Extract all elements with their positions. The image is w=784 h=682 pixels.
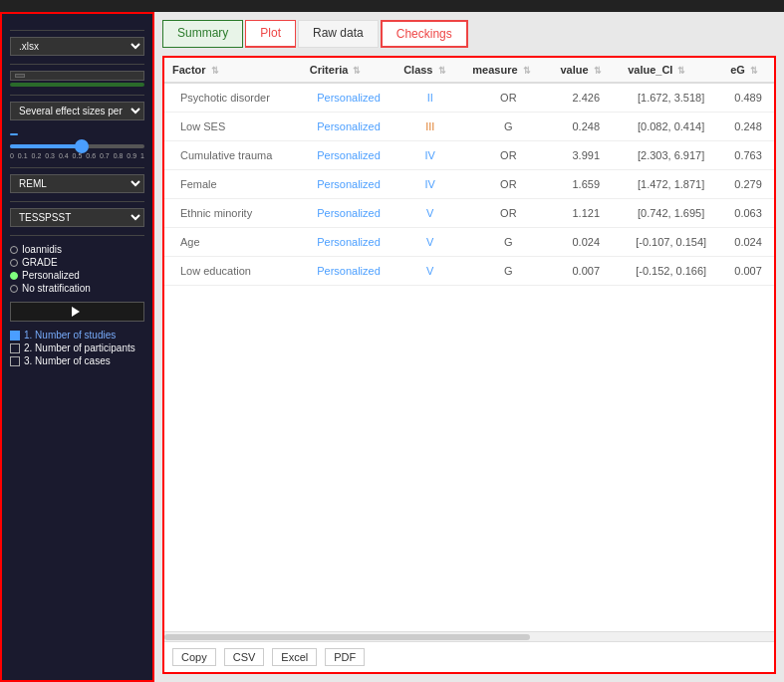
slider-track[interactable]	[10, 144, 144, 148]
cell-class: II	[395, 83, 464, 113]
cell-criteria: Personalized	[302, 141, 395, 170]
col-header-measure[interactable]: measure ⇅	[464, 58, 552, 83]
checkbox-box-cases[interactable]	[10, 356, 20, 366]
section4-title	[10, 167, 144, 172]
cell-class: IV	[395, 170, 464, 199]
col-header-factor[interactable]: Factor ⇅	[164, 58, 302, 83]
cell-value-ci: [2.303, 6.917]	[620, 141, 722, 170]
export-csv-button[interactable]: CSV	[224, 648, 265, 666]
col-header-class[interactable]: Class ⇅	[395, 58, 464, 83]
cell-criteria: Personalized	[302, 113, 395, 141]
cell-factor: Psychotic disorder	[164, 83, 302, 113]
scrollbar-thumb	[164, 634, 530, 640]
criteria-link[interactable]: Personalized	[317, 149, 381, 161]
cell-factor: Age	[164, 228, 302, 257]
browse-button[interactable]	[15, 74, 25, 78]
tab-plot[interactable]: Plot	[245, 20, 296, 48]
cell-value: 0.007	[552, 257, 620, 286]
criteria-link[interactable]: Personalized	[317, 207, 381, 219]
cell-value-ci: [0.742, 1.695]	[620, 199, 722, 228]
cell-criteria: Personalized	[302, 83, 395, 113]
bias-select[interactable]: TESSPSST	[10, 208, 144, 227]
radio-label-ioannidis: Ioannidis	[22, 244, 62, 255]
cell-factor: Low SES	[164, 113, 302, 141]
checkbox-studies[interactable]: 1. Number of studies	[10, 330, 144, 341]
slider-labels: 00.10.20.30.40.50.60.70.80.91	[10, 152, 144, 159]
play-icon	[72, 307, 80, 317]
cell-factor: Low education	[164, 257, 302, 286]
section6-title	[10, 235, 144, 240]
criteria-checkbox-group: 1. Number of studies 2. Number of partic…	[10, 330, 144, 366]
checkbox-participants[interactable]: 2. Number of participants	[10, 342, 144, 353]
export-excel-button[interactable]: Excel	[272, 648, 317, 666]
cell-criteria: Personalized	[302, 228, 395, 257]
radio-no-stratification[interactable]: No stratification	[10, 283, 144, 294]
cell-factor: Female	[164, 170, 302, 199]
cell-value: 3.991	[552, 141, 620, 170]
col-header-criteria[interactable]: Criteria ⇅	[302, 58, 395, 83]
cell-factor: Ethnic minority	[164, 199, 302, 228]
checkbox-label-participants: 2. Number of participants	[24, 342, 135, 353]
checkbox-label-cases: 3. Number of cases	[24, 355, 111, 366]
sort-icon-criteria: ⇅	[353, 66, 361, 76]
table-scroll-container[interactable]: Factor ⇅ Criteria ⇅ Class ⇅ measure ⇅ va…	[164, 58, 774, 631]
cell-eg: 0.063	[722, 199, 774, 228]
top-bar	[0, 0, 784, 12]
col-header-value-ci[interactable]: value_CI ⇅	[620, 58, 722, 83]
checkbox-cases[interactable]: 3. Number of cases	[10, 355, 144, 366]
criteria-link[interactable]: Personalized	[317, 92, 381, 104]
section5-title	[10, 201, 144, 206]
criteria-link[interactable]: Personalized	[317, 265, 381, 277]
checkbox-box-studies[interactable]	[10, 331, 20, 341]
radio-dot-grade	[10, 259, 18, 267]
tab-summary[interactable]: Summary	[162, 20, 243, 48]
cell-eg: 0.007	[722, 257, 774, 286]
radio-label-no-stratification: No stratification	[22, 283, 91, 294]
radio-ioannidis[interactable]: Ioannidis	[10, 244, 144, 255]
col-header-value[interactable]: value ⇅	[552, 58, 620, 83]
structure-select[interactable]: Several effect sizes per study	[10, 102, 144, 120]
cell-eg: 0.489	[722, 83, 774, 113]
cell-criteria: Personalized	[302, 170, 395, 199]
cell-value-ci: [1.472, 1.871]	[620, 170, 722, 199]
radio-label-grade: GRADE	[22, 257, 58, 268]
table-row: Ethnic minority Personalized V OR 1.121 …	[164, 199, 774, 228]
variance-select[interactable]: REML	[10, 174, 144, 193]
table-row: Low education Personalized V G 0.007 [-0…	[164, 257, 774, 286]
checkbox-box-participants[interactable]	[10, 343, 20, 353]
cell-class: III	[395, 113, 464, 141]
criteria-link[interactable]: Personalized	[317, 236, 381, 248]
cell-measure: OR	[464, 141, 552, 170]
criteria-link[interactable]: Personalized	[317, 120, 381, 132]
table-row: Female Personalized IV OR 1.659 [1.472, …	[164, 170, 774, 199]
slider-thumb[interactable]	[75, 139, 89, 153]
export-copy-button[interactable]: Copy	[172, 648, 216, 666]
tab-checkings[interactable]: Checkings	[381, 20, 468, 48]
cell-value-ci: [0.082, 0.414]	[620, 113, 722, 141]
run-analysis-button[interactable]	[10, 302, 144, 322]
tab-raw-data[interactable]: Raw data	[298, 20, 379, 48]
cell-value: 2.426	[552, 83, 620, 113]
horizontal-scrollbar[interactable]	[164, 631, 774, 641]
radio-personalized[interactable]: Personalized	[10, 270, 144, 281]
slider-fill	[10, 144, 78, 148]
cell-value-ci: [-0.107, 0.154]	[620, 228, 722, 257]
cell-class: V	[395, 228, 464, 257]
slider-value-label	[10, 133, 18, 135]
file-format-select[interactable]: .xlsx .csv .tsv	[10, 37, 144, 56]
cell-class: V	[395, 257, 464, 286]
table-row: Low SES Personalized III G 0.248 [0.082,…	[164, 113, 774, 141]
col-header-eg[interactable]: eG ⇅	[722, 58, 774, 83]
cell-value-ci: [-0.152, 0.166]	[620, 257, 722, 286]
radio-grade[interactable]: GRADE	[10, 257, 144, 268]
radio-dot-personalized	[10, 272, 18, 280]
sort-icon-eg: ⇅	[750, 66, 758, 76]
export-pdf-button[interactable]: PDF	[325, 648, 365, 666]
sort-icon-factor: ⇅	[211, 66, 219, 76]
cell-measure: G	[464, 257, 552, 286]
cell-eg: 0.763	[722, 141, 774, 170]
tab-bar: Summary Plot Raw data Checkings	[162, 20, 776, 48]
criteria-link[interactable]: Personalized	[317, 178, 381, 190]
results-table: Factor ⇅ Criteria ⇅ Class ⇅ measure ⇅ va…	[164, 58, 774, 286]
sidebar: .xlsx .csv .tsv Several effect sizes per…	[0, 12, 154, 682]
